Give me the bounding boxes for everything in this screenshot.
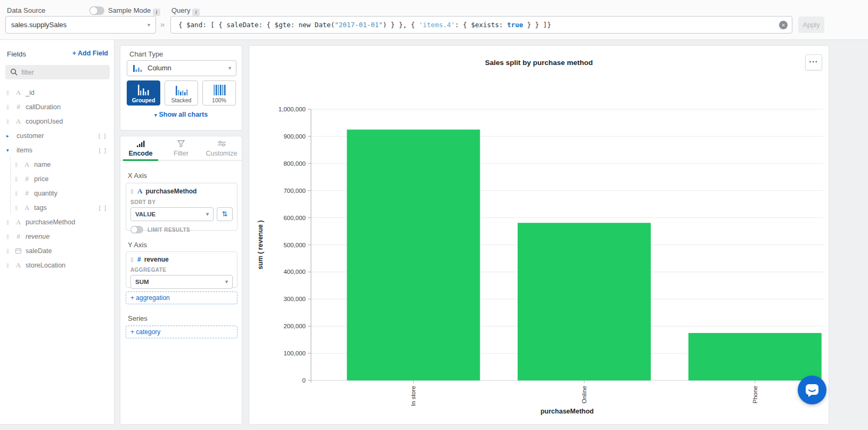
collapse-chevron-icon[interactable]: »: [160, 20, 165, 29]
bar-phone[interactable]: [689, 333, 822, 380]
limit-results-toggle[interactable]: [130, 226, 143, 233]
drag-handle-icon[interactable]: |||: [130, 189, 135, 194]
field-item-purchaseMethod[interactable]: |||ApurchaseMethod: [0, 215, 114, 229]
field-name: name: [34, 161, 51, 168]
variant-grouped-button[interactable]: Grouped: [127, 80, 160, 106]
field-name: couponUsed: [26, 118, 63, 125]
drag-handle-icon[interactable]: |||: [130, 257, 135, 262]
chevron-down-icon: ▾: [206, 208, 209, 221]
column-chart-icon: [133, 64, 142, 73]
field-item-saleDate[interactable]: |||saleDate: [0, 244, 114, 258]
field-item-couponUsed[interactable]: |||AcouponUsed: [0, 114, 114, 128]
query-segment: { $and: [ { saleDate: { $gte: new Date(: [178, 21, 335, 29]
type-badge: [ ]: [99, 205, 107, 211]
field-name: tags: [34, 204, 47, 212]
show-all-charts-link[interactable]: ▾Show all charts: [120, 111, 242, 118]
data-source-select[interactable]: sales.supplySales ▾: [5, 16, 156, 34]
x-axis-field-chip[interactable]: ||| A purchaseMethod: [126, 183, 237, 197]
info-icon[interactable]: i: [192, 9, 200, 16]
field-item-revenue[interactable]: |||#revenue: [0, 229, 114, 244]
search-icon: [10, 68, 18, 76]
add-aggregation-button[interactable]: + aggregation: [126, 291, 238, 304]
bar-online[interactable]: [518, 223, 651, 380]
tab-encode[interactable]: Encode: [120, 136, 161, 160]
chevron-right-icon[interactable]: ▸: [6, 133, 14, 139]
sample-mode-label: Sample Mode i: [108, 6, 160, 16]
bar-chart: 0100,000200,000300,000400,000500,000600,…: [249, 78, 830, 421]
drag-handle-icon[interactable]: |||: [6, 234, 11, 239]
y-tick-label: 500,000: [283, 242, 306, 248]
string-type-icon: A: [14, 117, 22, 126]
chevron-down-icon[interactable]: ▾: [6, 148, 14, 153]
drag-handle-icon[interactable]: |||: [6, 220, 11, 225]
field-item-callDuration[interactable]: |||#callDuration: [0, 100, 114, 114]
x-tick-label: In store: [410, 386, 416, 406]
drag-handle-icon[interactable]: |||: [15, 176, 19, 182]
chat-bubble-button[interactable]: [798, 376, 826, 404]
number-type-icon: #: [23, 190, 31, 197]
sort-value-dropdown[interactable]: VALUE▾: [130, 207, 214, 221]
chart-menu-button[interactable]: ···: [805, 54, 822, 70]
toggle-knob: [131, 226, 137, 233]
bar-in-store[interactable]: [347, 129, 480, 380]
drag-handle-icon[interactable]: |||: [6, 248, 11, 254]
field-name: callDuration: [26, 103, 61, 111]
sort-direction-button[interactable]: ⇅: [217, 207, 233, 221]
sort-by-label: SORT BY: [126, 197, 237, 206]
string-type-icon: A: [23, 204, 31, 212]
drag-handle-icon[interactable]: |||: [6, 263, 11, 268]
field-item-_id[interactable]: |||A_id: [0, 85, 114, 100]
info-icon[interactable]: i: [153, 9, 160, 16]
y-tick-label: 300,000: [283, 296, 306, 302]
field-item-customer[interactable]: ▸customer{ }: [0, 128, 114, 143]
y-axis-label: Y Axis: [128, 241, 147, 249]
field-item-items[interactable]: ▾items[ ]: [0, 143, 114, 157]
chart-type-select[interactable]: Column ▾: [127, 60, 236, 76]
field-item-quantity[interactable]: |||#quantity: [0, 186, 114, 200]
funnel-icon: [161, 140, 201, 148]
y-axis-field-name: revenue: [144, 256, 169, 263]
chart-type-value: Column: [148, 61, 171, 76]
fields-title: Fields: [7, 50, 26, 58]
drag-handle-icon[interactable]: |||: [6, 119, 11, 124]
toggle-knob: [90, 7, 97, 14]
calendar-icon: [15, 248, 21, 254]
query-label: Query i: [171, 6, 200, 16]
clear-query-icon[interactable]: ×: [779, 21, 788, 29]
field-filter-box: [5, 65, 110, 79]
variant-100-button[interactable]: 100%: [202, 80, 236, 106]
chat-icon: [805, 384, 819, 397]
field-filter-input[interactable]: [21, 65, 107, 79]
full-bars-icon: [212, 84, 226, 96]
chart-type-label: Chart Type: [129, 50, 163, 58]
tab-filter[interactable]: Filter: [161, 136, 201, 160]
drag-handle-icon[interactable]: |||: [15, 191, 19, 196]
field-item-tags[interactable]: |||Atags[ ]: [0, 200, 114, 215]
field-name: _id: [26, 89, 35, 96]
field-item-name[interactable]: |||Aname: [0, 157, 114, 172]
y-axis-title: sum ( revenue ): [257, 220, 264, 269]
sliders-icon: [201, 140, 242, 148]
query-input[interactable]: { $and: [ { saleDate: { $gte: new Date("…: [170, 16, 792, 34]
y-tick-label: 900,000: [283, 133, 306, 140]
chevron-down-icon: ▾: [228, 61, 231, 76]
add-category-button[interactable]: + category: [126, 326, 238, 338]
drag-handle-icon[interactable]: |||: [15, 205, 19, 210]
variant-stacked-button[interactable]: Stacked: [165, 80, 198, 106]
apply-button[interactable]: Apply: [798, 17, 824, 33]
y-axis-field-chip[interactable]: ||| # revenue: [126, 252, 237, 264]
drag-handle-icon[interactable]: |||: [6, 104, 11, 110]
field-item-price[interactable]: |||#price: [0, 172, 114, 186]
y-axis-field-card: ||| # revenue AGGREGATE SUM▾: [126, 251, 238, 288]
tab-customize[interactable]: Customize: [201, 136, 242, 160]
number-type-icon: #: [14, 233, 22, 240]
sample-mode-toggle[interactable]: [89, 6, 104, 15]
chevron-down-icon: ▾: [225, 275, 228, 288]
drag-handle-icon[interactable]: |||: [6, 90, 11, 95]
drag-handle-icon[interactable]: |||: [15, 162, 19, 167]
add-field-button[interactable]: + Add Field: [72, 50, 108, 57]
stacked-bars-icon: [175, 84, 189, 96]
field-item-storeLocation[interactable]: |||AstoreLocation: [0, 258, 114, 272]
limit-results-label: LIMIT RESULTS: [148, 227, 190, 233]
aggregate-dropdown[interactable]: SUM▾: [130, 275, 233, 289]
